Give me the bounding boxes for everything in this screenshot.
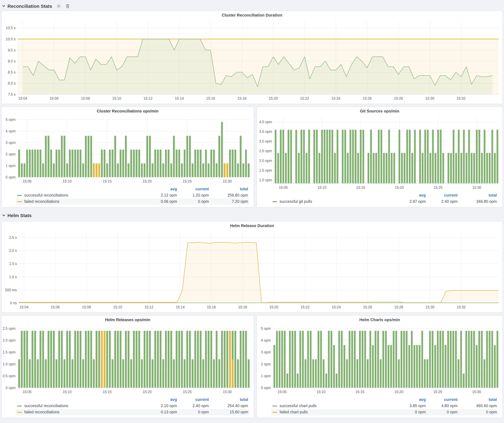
svg-text:1 opm: 1 opm [6,164,16,168]
svg-text:15:32: 15:32 [457,305,466,309]
legend-label[interactable]: failed reconciliations [24,410,59,414]
helm-releases-ops-chart[interactable]: 15:0515:1015:1515:2015:2515:302.5 opm2.0… [1,322,254,396]
legend-label[interactable]: successful git pulls [280,199,312,204]
legend-total-value: 465.60 opm [457,404,497,408]
legend-label[interactable]: successful chart pulls [280,404,317,408]
legend-avg-value: 0.06 opm [145,199,177,204]
legend-label[interactable]: failed chart pulls [280,410,308,414]
svg-text:2.5 opm: 2.5 opm [3,326,16,330]
helm-charts-ops-chart[interactable]: 15:0515:1015:1515:2015:2515:305 opm4 opm… [257,322,503,396]
chevron-down-icon[interactable] [2,4,6,8]
svg-text:15:30: 15:30 [426,305,434,309]
svg-text:15:04: 15:04 [19,305,29,309]
legend-row[interactable]: successful reconciliations 2.12 opm 1.20… [16,192,249,198]
svg-text:1.0 s: 1.0 s [9,275,17,279]
svg-text:15:15: 15:15 [355,390,365,394]
legend-row[interactable]: failed reconciliations 0.13 opm 0 opm 15… [16,409,249,415]
svg-text:15:10: 15:10 [318,186,326,189]
section-header-helm-stats: Helm Stats [1,211,503,219]
gear-icon[interactable] [57,4,61,8]
svg-text:15:28: 15:28 [394,305,403,309]
helm-release-duration-chart[interactable]: 15:0415:0615:0815:1015:1215:1415:1615:18… [1,228,503,312]
legend-row[interactable]: successful chart pulls 3.85 opm 4.80 opm… [271,403,498,409]
svg-text:2.0 opm: 2.0 opm [3,338,16,342]
svg-text:15:24: 15:24 [332,305,341,309]
svg-text:15:14: 15:14 [176,305,185,309]
svg-text:15:15: 15:15 [103,390,112,394]
cluster-reconciliations-ops-chart[interactable]: 15:0515:1015:1515:2015:2515:305 opm4 opm… [1,114,254,185]
svg-text:15:10: 15:10 [317,390,325,394]
svg-text:2 opm: 2 opm [6,152,16,156]
svg-text:3 opm: 3 opm [261,350,271,354]
svg-text:15:24: 15:24 [331,96,340,100]
legend-header-row: avg current total [16,397,249,403]
panel-title: Helm Release Duration [1,222,503,228]
svg-text:0 opm: 0 opm [6,175,16,179]
panel-title: Helm Charts ops/min [257,316,503,322]
legend-header-current[interactable]: current [426,193,457,198]
svg-text:3 opm: 3 opm [6,141,16,145]
svg-text:3.5 opm: 3.5 opm [259,129,272,134]
svg-text:15:20: 15:20 [269,305,278,309]
chevron-down-icon[interactable] [2,213,6,217]
legend-label[interactable]: failed reconciliations [24,199,59,204]
svg-text:3.0 opm: 3.0 opm [259,139,272,143]
legend-label[interactable]: successful reconciliations [24,193,68,198]
legend-header-current[interactable]: current [177,187,209,191]
legend-avg-value: 3.85 opm [394,404,426,408]
legend-row[interactable]: failed chart pulls 0 opm 0 opm 0 opm [271,409,498,415]
legend-header-row: avg current total [271,397,498,403]
legend-avg-value: 0.13 opm [145,410,177,414]
legend-header-row: avg current total [16,186,249,192]
grafana-dashboard: Reconciliation Stats Cluster Reconciliat… [0,0,504,423]
legend-header-current[interactable]: current [426,397,457,402]
svg-text:1.0 opm: 1.0 opm [3,362,16,366]
legend-row[interactable]: successful git pulls 2.87 opm 2.40 opm 3… [271,198,498,205]
legend-row[interactable]: successful reconciliations 2.10 opm 2.40… [16,403,249,409]
legend-header-avg[interactable]: avg [145,397,177,402]
panel-git-sources-ops: Git Sources ops/min 15:0515:1015:1515:20… [257,106,503,207]
section-title[interactable]: Helm Stats [7,213,32,218]
legend-header-total[interactable]: total [457,193,497,198]
svg-text:4 opm: 4 opm [261,338,271,342]
series-color-dash [272,412,277,412]
legend-current-value: 4.80 opm [426,404,457,408]
legend-header-avg[interactable]: avg [145,187,177,191]
legend-row[interactable]: failed reconciliations 0.06 opm 0 opm 7.… [16,198,249,205]
legend-total-value: 0 opm [457,410,497,414]
svg-text:15:14: 15:14 [175,96,184,100]
svg-text:15:28: 15:28 [394,96,403,100]
panel-cluster-reconciliations-ops: Cluster Reconciliations ops/min 15:0515:… [1,106,254,207]
legend-total-value: 256.80 opm [209,193,248,198]
svg-text:15:10: 15:10 [63,179,72,183]
section-header-reconciliation-stats: Reconciliation Stats [1,1,503,10]
legend-header-row: avg current total [271,192,498,198]
legend-header-avg[interactable]: avg [394,397,426,402]
legend-header-total[interactable]: total [457,397,497,402]
svg-text:15:10: 15:10 [112,96,121,100]
legend-current-value: 0 opm [177,410,209,414]
svg-text:15:10: 15:10 [63,390,72,394]
svg-text:0.5 opm: 0.5 opm [3,374,16,378]
legend-avg-value: 2.87 opm [394,199,426,204]
svg-text:1.5 opm: 1.5 opm [259,168,272,172]
section-title[interactable]: Reconciliation Stats [7,3,52,9]
legend-header-total[interactable]: total [209,187,248,191]
panel-title: Helm Releases ops/min [1,316,254,322]
legend-label[interactable]: successful reconciliations [24,404,68,408]
cluster-reconciliation-duration-chart[interactable]: 15:0415:0615:0815:1015:1215:1415:1615:18… [1,18,503,104]
legend-current-value: 2.40 opm [426,199,457,204]
svg-text:15:25: 15:25 [433,390,442,394]
svg-text:1.0 opm: 1.0 opm [259,178,272,182]
legend-header-current[interactable]: current [177,397,209,402]
svg-text:4.0 opm: 4.0 opm [259,120,272,124]
panel-title: Cluster Reconciliation Duration [1,11,503,18]
legend-total-value: 15.60 opm [209,410,248,414]
panel-title: Git Sources ops/min [257,107,503,114]
legend-avg-value: 2.12 opm [145,193,177,198]
trash-icon[interactable] [66,4,70,8]
git-sources-ops-chart[interactable]: 15:0515:1015:1515:2015:2515:304.0 opm3.5… [257,114,503,192]
legend-header-total[interactable]: total [209,397,248,402]
legend-header-avg[interactable]: avg [394,193,426,198]
svg-text:1.5 s: 1.5 s [9,262,17,266]
